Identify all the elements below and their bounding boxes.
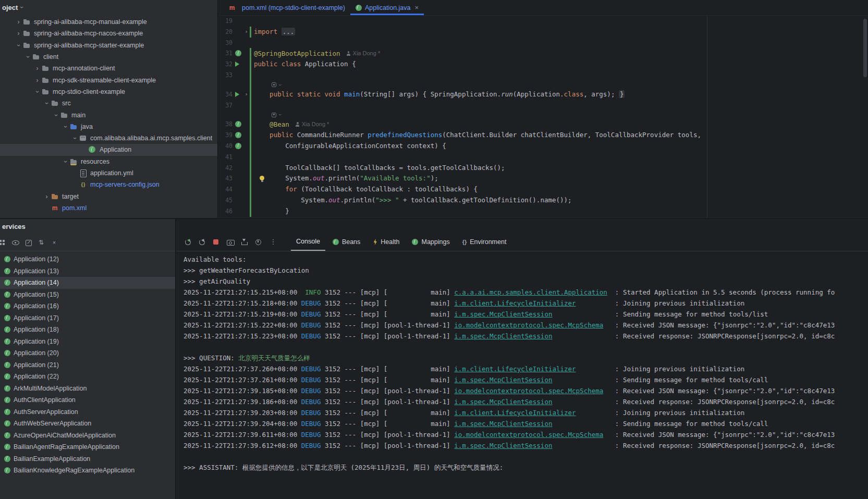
service-item[interactable]: Application (21) [0, 359, 175, 371]
service-item[interactable]: ArkMultiModelApplication [0, 383, 175, 395]
tab-health[interactable]: Health [368, 233, 405, 251]
tree-item[interactable]: Application [0, 144, 217, 155]
chevron-right-icon[interactable]: › [33, 77, 41, 84]
project-panel-header[interactable]: oject › [0, 0, 217, 15]
fold-icon[interactable]: › [243, 27, 250, 38]
console-output[interactable]: Available tools:>>> getWeatherForecastBy… [176, 251, 868, 473]
code-vision-inlay[interactable]: › [272, 111, 282, 119]
code-line[interactable]: 33 [218, 70, 868, 81]
code-line[interactable]: 39 public CommandLineRunner predefinedQu… [218, 130, 868, 141]
chevron-down-icon[interactable]: › [71, 135, 79, 142]
service-item[interactable]: Application (17) [0, 312, 175, 324]
logger-link[interactable]: i.m.spec.McpClientSession [454, 398, 552, 406]
chevron-down-icon[interactable]: › [15, 42, 22, 49]
service-item[interactable]: AuthWebServerApplication [0, 418, 175, 430]
service-item[interactable]: Application (20) [0, 347, 175, 359]
service-item[interactable]: Application (18) [0, 324, 175, 336]
run-gutter-icon[interactable] [235, 62, 239, 67]
code-line[interactable]: 44 for (ToolCallback toolCallback : tool… [218, 184, 868, 195]
eye-icon[interactable] [11, 238, 19, 247]
tree-item[interactable]: ›mcp-stdio-client-example [0, 86, 217, 98]
code-line[interactable]: 34› public static void main(String[] arg… [218, 89, 868, 100]
code-line[interactable]: 38 @BeanXia Dong * [218, 119, 868, 130]
code-line[interactable]: 46 } [218, 206, 868, 217]
code-line[interactable]: 20›import ... [218, 27, 868, 38]
logger-link[interactable]: i.m.client.LifecycleInitializer [454, 365, 576, 373]
tree-item[interactable]: application.yml [0, 167, 217, 179]
service-item[interactable]: Application (14) [0, 277, 175, 289]
logger-link[interactable]: io.modelcontextprotocol.spec.McpSchema [454, 387, 603, 395]
tree-item[interactable]: ›resources [0, 156, 217, 167]
chevron-right-icon[interactable]: › [43, 193, 51, 200]
chevron-down-icon[interactable]: › [33, 88, 41, 95]
service-item[interactable]: BailianExampleApplication [0, 453, 175, 465]
run-gutter-icon[interactable] [235, 92, 239, 97]
collapse-icon[interactable]: × [50, 238, 58, 247]
service-item[interactable]: AuthClientApplication [0, 394, 175, 406]
logger-link[interactable]: io.modelcontextprotocol.spec.McpSchema [454, 431, 603, 439]
editor-content[interactable]: 1920›import ...3031@SpringBootApplicatio… [218, 16, 868, 217]
chevron-right-icon[interactable]: › [33, 65, 41, 72]
rerun-icon[interactable] [184, 238, 192, 246]
code-vision-inlay[interactable]: › [272, 81, 282, 89]
tree-item[interactable]: { }mcp-servers-config.json [0, 179, 217, 190]
code-line[interactable]: 19 [218, 16, 868, 27]
chevron-right-icon[interactable]: › [15, 30, 22, 37]
logger-link[interactable]: i.m.spec.McpClientSession [454, 332, 552, 340]
tree-item[interactable]: ›client [0, 51, 217, 63]
editor-tab[interactable]: Application.java× [350, 0, 424, 15]
chevron-down-icon[interactable]: › [62, 123, 69, 130]
logger-link[interactable]: i.m.client.LifecycleInitializer [454, 299, 576, 307]
chevron-down-icon[interactable]: › [62, 158, 69, 165]
tab-console[interactable]: Console [291, 233, 325, 251]
service-item[interactable]: Application (15) [0, 289, 175, 301]
timer-icon[interactable] [254, 238, 262, 246]
service-item[interactable]: BailianKnowledgeRagExampleApplication [0, 465, 175, 477]
tab-environment[interactable]: {}Environment [457, 233, 512, 251]
tab-beans[interactable]: Beans [327, 233, 365, 251]
service-item[interactable]: Application (22) [0, 371, 175, 383]
code-line[interactable]: 42 ToolCallback[] toolCallbacks = tools.… [218, 163, 868, 174]
code-line[interactable]: 37 [218, 100, 868, 111]
chevron-right-icon[interactable]: › [15, 18, 22, 26]
logger-link[interactable]: i.m.spec.McpClientSession [454, 420, 552, 428]
tree-item[interactable]: ›spring-ai-alibaba-mcp-nacos-example [0, 28, 217, 39]
service-item[interactable]: Application (16) [0, 300, 175, 312]
service-item[interactable]: AzureOpenAiChatModelApplication [0, 430, 175, 442]
code-line[interactable]: 32public class Application { [218, 59, 868, 70]
logger-link[interactable]: io.modelcontextprotocol.spec.McpSchema [454, 321, 603, 329]
code-line[interactable]: 43 System.out.println("Available tools:"… [218, 173, 868, 184]
editor-tab[interactable]: mpom.xml (mcp-stdio-client-example) [223, 0, 350, 15]
chevron-down-icon[interactable]: › [43, 100, 51, 107]
service-item[interactable]: Application (19) [0, 336, 175, 348]
sort-icon[interactable]: ⇅ [37, 238, 45, 247]
logger-link[interactable]: i.m.client.LifecycleInitializer [454, 409, 576, 417]
code-line[interactable]: 30 [218, 38, 868, 48]
tree-item[interactable]: ›src [0, 98, 217, 109]
tree-item[interactable]: ›java [0, 121, 217, 132]
open-frame-icon[interactable] [24, 238, 32, 247]
code-line[interactable]: 41 [218, 152, 868, 163]
tree-item[interactable]: ›spring-ai-alibaba-mcp-manual-example [0, 16, 217, 28]
thread-dump-icon[interactable] [226, 238, 234, 246]
tab-mappings[interactable]: Mappings [407, 233, 455, 251]
chevron-down-icon[interactable]: › [52, 112, 60, 119]
code-line[interactable]: 31@SpringBootApplicationXia Dong * [218, 48, 868, 59]
service-item[interactable]: BailianAgentRagExampleApplication [0, 441, 175, 453]
more-icon[interactable]: ⋮ [269, 238, 277, 246]
stop-icon[interactable] [212, 238, 220, 246]
service-item[interactable]: Application (13) [0, 265, 175, 277]
service-item[interactable]: AuthServerApplication [0, 406, 175, 418]
logger-link[interactable]: i.m.spec.McpClientSession [454, 376, 552, 384]
logger-link[interactable]: i.m.spec.McpClientSession [454, 310, 552, 318]
tree-item[interactable]: ›com.alibaba.alibaba.ai.mcp.samples.clie… [0, 132, 217, 144]
logger-link[interactable]: i.m.spec.McpClientSession [454, 442, 552, 449]
grid-icon[interactable] [0, 238, 6, 247]
tree-item[interactable]: ›mcp-sdk-streamable-client-example [0, 74, 217, 86]
tree-item[interactable]: mpom.xml [0, 202, 217, 214]
code-line[interactable]: 40 ConfigurableApplicationContext contex… [218, 141, 868, 152]
close-tab-icon[interactable]: × [415, 4, 419, 11]
service-item[interactable]: Application (12) [0, 253, 175, 265]
chevron-down-icon[interactable]: › [24, 53, 32, 60]
tree-item[interactable]: ›mcp-annotation-client [0, 63, 217, 74]
